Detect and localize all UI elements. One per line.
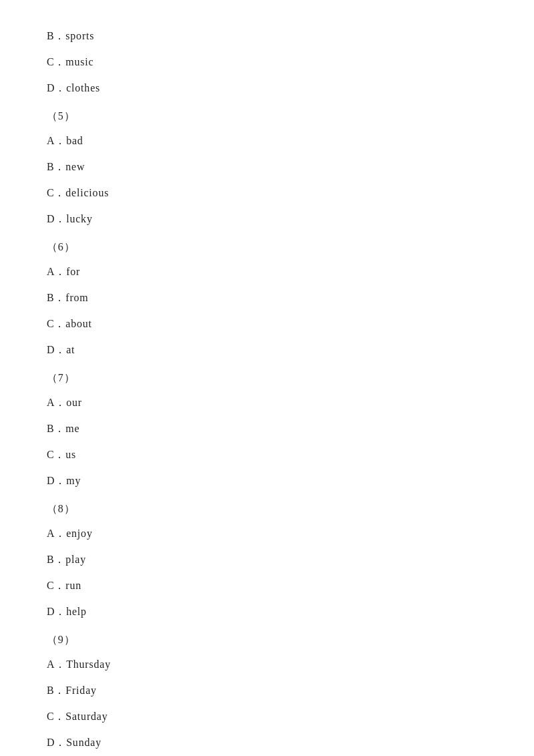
option-q7c-label: C．us	[47, 449, 76, 460]
option-q8c-label: C．run	[47, 580, 81, 591]
option-q9b: B．Friday	[47, 681, 487, 701]
option-q8d: D．help	[47, 602, 487, 622]
question-6-number: （6）	[47, 238, 487, 257]
option-q6d-label: D．at	[47, 344, 75, 355]
option-q9d-label: D．Sunday	[47, 737, 101, 748]
question-5-number: （5）	[47, 107, 487, 126]
option-q6b: B．from	[47, 289, 487, 308]
option-q7d: D．my	[47, 471, 487, 491]
option-q7b-label: B．me	[47, 423, 79, 434]
option-q6c-label: C．about	[47, 318, 92, 329]
option-q4c: C．music	[47, 53, 487, 72]
option-q8b-label: B．play	[47, 554, 86, 565]
option-q5c: C．delicious	[47, 184, 487, 203]
option-q7a-label: A．our	[47, 397, 82, 408]
option-q5b: B．new	[47, 158, 487, 177]
option-q5a-label: A．bad	[47, 135, 83, 146]
option-q9b-label: B．Friday	[47, 685, 97, 696]
option-q5d-label: D．lucky	[47, 213, 93, 224]
option-q7c: C．us	[47, 445, 487, 465]
option-q5a: A．bad	[47, 132, 487, 151]
option-q8c: C．run	[47, 576, 487, 596]
option-q4b: B．sports	[47, 27, 487, 46]
question-8-number: （8）	[47, 500, 487, 519]
option-q7b: B．me	[47, 419, 487, 439]
option-q9a: A．Thursday	[47, 655, 487, 675]
option-q6a: A．for	[47, 262, 487, 282]
option-q5b-label: B．new	[47, 161, 85, 172]
option-q4d-label: D．clothes	[47, 82, 100, 93]
option-q6a-label: A．for	[47, 266, 80, 277]
option-q7a: A．our	[47, 393, 487, 413]
option-q6d: D．at	[47, 341, 487, 360]
option-q6b-label: B．from	[47, 292, 89, 303]
option-q5d: D．lucky	[47, 210, 487, 229]
option-q9d: D．Sunday	[47, 733, 487, 753]
option-q9a-label: A．Thursday	[47, 658, 111, 670]
main-content: B．sports C．music D．clothes （5） A．bad B．n…	[0, 0, 534, 756]
question-7-number: （7）	[47, 369, 487, 388]
option-q5c-label: C．delicious	[47, 187, 109, 198]
option-q6c: C．about	[47, 315, 487, 334]
option-q9c-label: C．Saturday	[47, 711, 108, 722]
option-q7d-label: D．my	[47, 475, 81, 486]
option-q8a: A．enjoy	[47, 524, 487, 544]
option-q8b: B．play	[47, 550, 487, 570]
option-q9c: C．Saturday	[47, 707, 487, 727]
question-9-number: （9）	[47, 630, 487, 650]
option-q8a-label: A．enjoy	[47, 528, 93, 539]
option-q4b-label: B．sports	[47, 30, 94, 41]
option-q4c-label: C．music	[47, 56, 94, 67]
option-q8d-label: D．help	[47, 606, 87, 617]
option-q4d: D．clothes	[47, 79, 487, 98]
